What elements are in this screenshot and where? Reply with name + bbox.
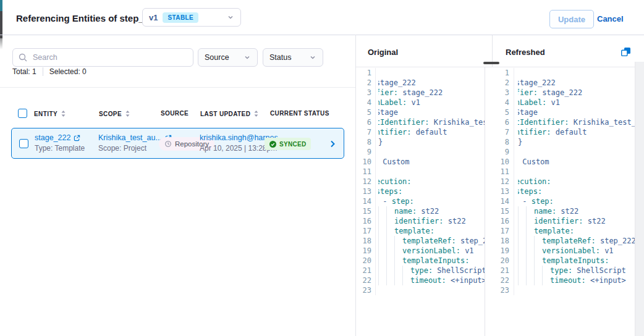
page-edge-strip-top — [0, 0, 2, 11]
line-number: 16 — [485, 216, 514, 226]
header-divider — [0, 35, 644, 35]
sort-icon[interactable] — [61, 110, 66, 117]
result-counts: Total: 1 Selected: 0 — [12, 67, 87, 76]
indent-guide — [518, 246, 526, 256]
status-filter-label: Status — [269, 53, 291, 62]
line-number: 22 — [355, 275, 376, 285]
indent-guide — [526, 216, 534, 226]
code-line: 11 — [355, 167, 485, 177]
copy-button[interactable] — [621, 47, 631, 57]
indent-guide — [534, 246, 542, 256]
line-number: 21 — [485, 266, 514, 275]
code-line: 13steps: — [485, 187, 635, 196]
indent-guide — [518, 216, 526, 226]
code-line: 1 — [485, 68, 635, 78]
line-number: 3 — [355, 88, 376, 98]
select-all-checkbox[interactable] — [18, 109, 27, 118]
code-line: 19versionLabel: v1 — [355, 246, 485, 256]
version-select[interactable]: v1 STABLE — [142, 8, 241, 27]
indent-guide — [526, 236, 534, 246]
code-line: 8} — [485, 137, 635, 147]
sort-icon[interactable] — [125, 110, 130, 117]
indent-guide — [534, 236, 542, 246]
line-number: 14 — [485, 196, 514, 206]
code-line: 18templateRef: step_222 — [485, 236, 635, 246]
line-number: 4 — [355, 98, 376, 107]
indent-guide — [518, 206, 526, 216]
line-number: 6 — [355, 117, 376, 127]
table-row[interactable]: stage_222 Type: Template Krishika_test_a… — [11, 128, 344, 159]
line-number: 7 — [355, 127, 376, 137]
check-icon — [269, 141, 276, 148]
code-line: 18templateRef: step_222 — [355, 236, 485, 246]
page-edge-strip-fade — [0, 38, 2, 49]
update-button[interactable]: Update — [549, 10, 594, 28]
line-number: 5 — [355, 107, 376, 117]
code-line: 4nLabel: v1 — [485, 98, 635, 107]
code-line: 5Stage — [485, 107, 635, 117]
sort-icon[interactable] — [253, 110, 259, 117]
indent-guide — [526, 266, 534, 275]
chevron-right-icon[interactable] — [328, 140, 337, 148]
page-title: Referencing Entities of step_222 — [16, 13, 159, 23]
search-input[interactable] — [32, 52, 187, 62]
line-number: 19 — [355, 246, 376, 256]
indent-guide — [526, 206, 534, 216]
code-line: 4nLabel: v1 — [355, 98, 485, 107]
entity-link[interactable]: stage_222 — [35, 133, 70, 143]
indent-guide — [526, 256, 534, 266]
code-line: 7ntifier: default — [355, 127, 485, 137]
horizontal-scrollbar-thumb[interactable] — [483, 62, 499, 64]
indent-guide — [394, 236, 402, 246]
indent-guide — [526, 275, 534, 285]
column-header-entity: ENTITY — [34, 110, 66, 117]
code-line: 7ntifier: default — [485, 127, 635, 137]
line-number: 22 — [485, 275, 514, 285]
code-line: 23 — [355, 285, 485, 295]
line-number: 11 — [355, 167, 376, 177]
source-filter-select[interactable]: Source — [198, 48, 258, 67]
code-line: 14 - step: — [485, 196, 635, 206]
refreshed-code-editor[interactable]: 12stage_2223fier: stage_2224nLabel: v15S… — [485, 67, 635, 336]
cancel-button[interactable]: Cancel — [597, 14, 624, 23]
column-header-scope: SCOPE — [99, 110, 130, 117]
original-code-editor[interactable]: 12stage_2223fier: stage_2224nLabel: v15S… — [355, 67, 485, 336]
line-number: 20 — [485, 256, 514, 266]
stable-badge: STABLE — [163, 12, 198, 23]
line-number: 23 — [355, 285, 376, 295]
entity-type: Type: Template — [35, 144, 85, 153]
indent-guide — [402, 275, 410, 285]
code-line: 6tIdentifier: Krishika_test_aut — [355, 117, 485, 127]
search-box[interactable] — [12, 48, 193, 67]
code-line: 20templateInputs: — [485, 256, 635, 266]
line-number: 8 — [355, 137, 376, 147]
code-line: 9 — [485, 147, 635, 157]
line-number: 1 — [355, 68, 376, 78]
column-header-last-updated: LAST UPDATED — [200, 110, 259, 117]
code-line: 21type: ShellScript — [355, 266, 485, 275]
scope-link[interactable]: Krishika_test_au... — [98, 133, 162, 143]
code-line: 1 — [355, 68, 485, 78]
indent-guide — [378, 206, 386, 216]
indent-guide — [394, 256, 402, 266]
line-number: 12 — [485, 177, 514, 187]
line-number: 2 — [355, 78, 376, 88]
entity-cell: stage_222 Type: Template — [35, 133, 85, 153]
line-number: 2 — [485, 78, 514, 88]
line-number: 13 — [485, 187, 514, 196]
scrollbar-track[interactable] — [635, 62, 644, 336]
line-number: 17 — [355, 226, 376, 236]
chevron-down-icon — [244, 54, 251, 61]
indent-guide — [526, 246, 534, 256]
code-line: 12ecution: — [485, 177, 635, 187]
line-number: 11 — [485, 167, 514, 177]
code-line: 5Stage — [355, 107, 485, 117]
line-number: 23 — [485, 285, 514, 295]
code-line: 22timeout: <+input> — [355, 275, 485, 285]
status-filter-select[interactable]: Status — [263, 48, 323, 67]
counts-divider — [43, 67, 43, 76]
row-checkbox[interactable] — [19, 139, 28, 148]
external-link-icon[interactable] — [74, 135, 80, 141]
line-number: 14 — [355, 196, 376, 206]
total-count: Total: 1 — [12, 67, 36, 76]
